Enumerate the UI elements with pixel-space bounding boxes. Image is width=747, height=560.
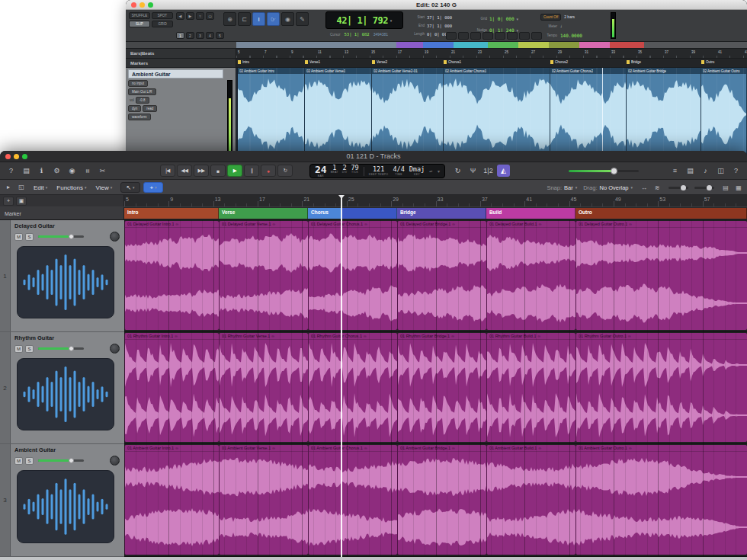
play-button[interactable]: ▶ <box>227 165 242 177</box>
duplicate-track-button[interactable]: ▣ <box>16 197 27 206</box>
menu-view[interactable]: View▾ <box>96 184 113 191</box>
cycle-mode-icon[interactable]: ↻ <box>451 165 464 177</box>
zoom-window-button[interactable] <box>22 154 27 159</box>
audio-region[interactable]: 01 Delayed Guitar Chorus.1∞ <box>308 221 397 330</box>
horizontal-scrollbar[interactable] <box>0 557 747 560</box>
protools-titlebar[interactable]: Edit: 02 140 G <box>126 0 747 10</box>
cycle-button[interactable]: ↻ <box>277 165 293 177</box>
volume-slider[interactable] <box>38 233 84 240</box>
catch-playhead-icon[interactable]: ▸ <box>3 182 14 192</box>
marker-outro[interactable]: Outro <box>701 60 714 64</box>
control-bar-help-icon[interactable]: ? <box>729 165 742 177</box>
arrangement-marker-outro[interactable]: Outro <box>575 208 747 219</box>
waveform-zoom-icon[interactable]: ≋ <box>652 183 662 193</box>
playhead[interactable] <box>341 195 342 557</box>
audio-region[interactable]: 01 Delayed Guitar Outro.1∞ <box>575 221 747 330</box>
count-in-icon[interactable]: 1|2 <box>482 165 495 177</box>
track-read-button[interactable]: read <box>143 105 157 112</box>
arrangement-marker-intro[interactable]: Intro <box>124 208 219 219</box>
input-selector[interactable]: no input <box>128 80 148 87</box>
marker-track-header[interactable]: Marker <box>0 207 124 219</box>
forward-button[interactable]: ▶▶ <box>194 165 209 177</box>
slider-thumb[interactable] <box>611 168 617 174</box>
track-header[interactable]: 3Ambient GuitarMS <box>0 444 124 557</box>
scrubber-tool[interactable]: ◉ <box>281 12 294 26</box>
edit-mode-grid[interactable]: GRID <box>152 21 173 27</box>
overview-segment[interactable] <box>454 42 488 48</box>
toolbar-mini-button[interactable] <box>531 32 542 40</box>
arrangement-marker-build[interactable]: Build <box>486 208 575 219</box>
audio-region[interactable]: 01 Ambient Guitar Outro.1∞ <box>575 445 747 555</box>
toolbar-mini-button[interactable] <box>507 32 518 40</box>
lcd-key-value[interactable]: Dmaj <box>409 166 425 173</box>
grid-view-icon[interactable]: ▦ <box>733 183 744 193</box>
browsers-icon[interactable]: ◫ <box>714 165 727 177</box>
output-selector[interactable]: Main Out L/R <box>128 88 156 95</box>
audio-region[interactable]: 01 Ambient Guitar Chorus.1∞ <box>308 445 397 555</box>
minimize-button[interactable] <box>14 154 19 159</box>
zoom-button[interactable]: ▭ <box>206 12 214 20</box>
trim-tool[interactable]: ⊏ <box>238 12 251 26</box>
bar-ruler[interactable]: 59131721252933374145495357 <box>124 195 747 206</box>
overview-segment[interactable] <box>579 42 610 48</box>
collapse-view-icon[interactable]: ▤ <box>720 183 731 193</box>
marker-chorus1[interactable]: Chorus1 <box>444 60 461 64</box>
grabber-tool[interactable]: ☞ <box>267 12 280 26</box>
drag-dropdown[interactable]: Drag: No Overlap ▾ <box>583 184 633 191</box>
zoom-preset-3[interactable]: 3 <box>196 32 204 39</box>
close-button[interactable] <box>5 154 11 159</box>
tracks-area[interactable]: 01 Delayed Guitar Intro.1∞01 Delayed Gui… <box>124 220 747 557</box>
marker-chorus2[interactable]: Chorus2 <box>550 60 568 64</box>
markers-lane[interactable]: IntroVerse1Verse2Chorus1Chorus2BridgeOut… <box>236 59 747 67</box>
tuner-icon[interactable]: Ψ <box>466 165 479 177</box>
selector-tool[interactable]: I <box>252 12 265 26</box>
main-counter[interactable]: 42| 1| 792 ▾ <box>325 11 403 29</box>
lcd-display[interactable]: 24BAR1BEAT2DIV79TICK 121 KEEP TEMPO 4/4 … <box>309 164 445 178</box>
command-click-tool[interactable]: +▾ <box>143 182 163 193</box>
selection-end-value[interactable]: 37| 1| 000 <box>427 24 452 28</box>
key-stepper-icon[interactable]: ▴▾ <box>429 170 432 173</box>
marker-verse2[interactable]: Verse2 <box>372 60 387 64</box>
quick-help-icon[interactable]: ? <box>5 165 18 177</box>
solo-button[interactable]: S <box>25 457 34 465</box>
audio-region[interactable]: 01 Delayed Guitar Bridge.1∞ <box>397 221 486 330</box>
mute-button[interactable]: M <box>14 345 23 353</box>
audio-region[interactable]: 01 Delayed Guitar Verse.1∞ <box>219 221 308 330</box>
arrangement-marker-bridge[interactable]: Bridge <box>397 208 486 219</box>
overview-segment[interactable] <box>236 42 396 48</box>
inspector-icon[interactable]: ℹ <box>35 165 48 177</box>
solo-button[interactable]: S <box>25 233 34 241</box>
slider-thumb[interactable] <box>69 458 74 463</box>
arrangement-track[interactable]: IntroVerseChorusBridgeBuildOutro <box>124 207 747 219</box>
mute-button[interactable]: M <box>14 457 23 465</box>
lcd-tempo-value[interactable]: 121 <box>373 166 384 173</box>
timeline-overview[interactable] <box>126 42 747 49</box>
bars-ruler[interactable]: 5791113151719212325272931333537394143 <box>236 49 747 58</box>
overview-segment[interactable] <box>549 42 579 48</box>
rewind-button[interactable]: ◀◀ <box>177 165 192 177</box>
overview-segment[interactable] <box>126 42 236 48</box>
markers-label[interactable]: Markers <box>126 59 236 67</box>
audio-region[interactable]: 01 Rhythm Guitar Verse.1∞ <box>219 333 308 442</box>
toolbar-mini-button[interactable] <box>483 32 493 40</box>
audio-region[interactable]: 01 Delayed Guitar Intro.1∞ <box>124 221 219 330</box>
close-button[interactable] <box>131 2 136 8</box>
record-button[interactable]: ● <box>261 165 276 177</box>
toolbar-mini-button[interactable] <box>495 32 505 40</box>
snap-dropdown[interactable]: Snap: Bar ▾ <box>547 184 577 191</box>
zoom-preset-4[interactable]: 4 <box>206 32 214 39</box>
toolbar-mini-button[interactable] <box>446 32 457 40</box>
smart-controls-icon[interactable]: ◉ <box>66 165 79 177</box>
track-dyn-button[interactable]: dyn <box>128 105 141 112</box>
zoom-preset-5[interactable]: 5 <box>216 32 224 39</box>
edit-mode-shuffle[interactable]: SHUFFLE <box>129 12 150 19</box>
track-view-selector[interactable]: waveform <box>128 114 151 120</box>
zoom-button[interactable]: ▶ <box>186 12 194 20</box>
mixer-icon[interactable]: ≡ <box>81 165 94 177</box>
add-track-button[interactable]: + <box>3 197 14 206</box>
metronome-icon[interactable]: ◭ <box>497 165 510 177</box>
audio-region[interactable]: 01 Ambient Guitar Bridge.1∞ <box>397 445 486 555</box>
audio-region[interactable]: 01 Rhythm Guitar Outro.1∞ <box>575 333 747 442</box>
selection-start-value[interactable]: 37| 1| 000 <box>427 15 452 20</box>
zoom-button[interactable]: ≈ <box>196 12 204 20</box>
